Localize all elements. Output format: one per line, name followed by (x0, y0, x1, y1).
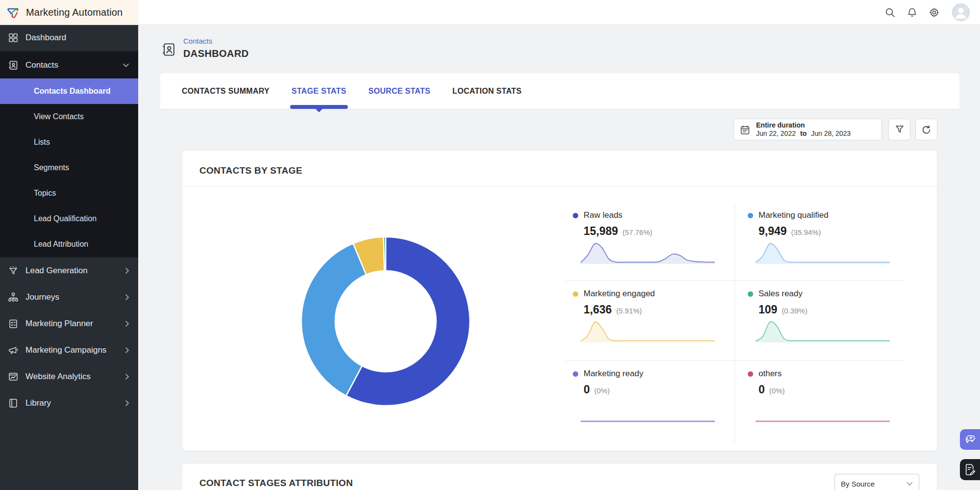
search-icon[interactable] (885, 7, 895, 18)
card-title: CONTACT STAGES ATTRIBUTION (199, 478, 353, 489)
legend-dot (573, 371, 578, 377)
stage-stats-grid: Raw leads 15,989 (57.76%) Marketing qual… (566, 203, 904, 442)
stat-label: Raw leads (584, 210, 622, 220)
stat-label: Marketing engaged (584, 289, 655, 299)
sidebar-item-view-contacts[interactable]: View Contacts (0, 104, 138, 129)
chevron-down-icon (122, 63, 129, 68)
contacts-by-stage-card: CONTACTS BY STAGE Raw leads 15,989 (57.7… (182, 150, 937, 451)
contacts-card-icon (161, 41, 176, 58)
date-to-label: to (800, 129, 807, 137)
sidebar-item-library[interactable]: Library (0, 390, 138, 416)
dashboard-grid-icon (8, 32, 19, 43)
date-range-picker[interactable]: Entire duration Jun 22, 2022toJun 28, 20… (734, 119, 882, 140)
page-title: DASHBOARD (183, 48, 249, 59)
sidebar-item-lead-generation[interactable]: Lead Generation (0, 258, 138, 284)
tab-stage-stats[interactable]: STAGE STATS (292, 73, 346, 109)
app-logo-icon (6, 5, 21, 20)
sparkline-marketing-engaged (581, 321, 715, 343)
sidebar-sublabel: Lead Attribution (34, 240, 88, 249)
stat-percent: (0%) (594, 387, 610, 395)
date-range-text: Entire duration Jun 22, 2022toJun 28, 20… (756, 121, 851, 138)
settings-icon[interactable] (929, 7, 939, 18)
stat-percent: (57.76%) (622, 228, 652, 236)
app-title: Marketing Automation (26, 7, 122, 18)
sidebar-item-dashboard[interactable]: Dashboard (0, 25, 138, 51)
sidebar-label: Dashboard (25, 33, 129, 43)
sidebar-item-lead-attribution[interactable]: Lead Attribution (0, 232, 138, 257)
legend-dot (573, 213, 578, 218)
sidebar-item-marketing-campaigns[interactable]: Marketing Campaigns (0, 337, 138, 363)
stage-donut-chart (300, 235, 471, 407)
sidebar-label: Website Analytics (25, 372, 125, 382)
sidebar-sublabel: View Contacts (34, 112, 84, 121)
stat-value: 109 (759, 303, 777, 316)
stat-tile-raw-leads: Raw leads 15,989 (57.76%) (566, 203, 735, 281)
sparkline-marketing-qualified (756, 243, 890, 264)
by-source-dropdown[interactable]: By Source (834, 474, 919, 490)
sidebar-item-journeys[interactable]: Journeys (0, 284, 138, 310)
stat-tile-marketing-engaged: Marketing engaged 1,636 (5.91%) (566, 281, 735, 361)
sitemap-icon (8, 292, 19, 303)
stat-value: 9,949 (759, 225, 787, 238)
top-bar: Marketing Automation (0, 0, 980, 25)
stat-tile-sales-ready: Sales ready 109 (0.39%) (735, 281, 904, 361)
refresh-button[interactable] (915, 119, 937, 140)
stat-tile-marketing-qualified: Marketing qualified 9,949 (35.94%) (735, 203, 904, 281)
sidebar-item-contacts[interactable]: Contacts (0, 52, 138, 78)
stat-tile-others: others 0 (0%) (735, 361, 904, 442)
stat-percent: (5.91%) (616, 307, 642, 315)
sidebar-item-segments[interactable]: Segments (0, 155, 138, 181)
date-start: Jun 22, 2022 (756, 129, 796, 137)
sidebar-sublabel: Lists (34, 138, 50, 147)
sidebar-label: Library (25, 398, 125, 408)
legend-dot (748, 291, 753, 297)
chat-bubbles-icon (964, 433, 977, 446)
sparkline-sales-ready (756, 321, 890, 343)
sidebar-item-website-analytics[interactable]: Website Analytics (0, 363, 138, 390)
card-title: CONTACTS BY STAGE (199, 165, 302, 176)
megaphone-icon (8, 345, 19, 356)
tab-source-stats[interactable]: SOURCE STATS (368, 73, 431, 109)
book-icon (8, 398, 19, 409)
tab-location-stats[interactable]: LOCATION STATS (452, 73, 521, 109)
sparkline-raw-leads (581, 243, 715, 264)
chevron-right-icon (125, 320, 129, 327)
sidebar-item-lead-qualification[interactable]: Lead Qualification (0, 206, 138, 232)
stat-label: Marketing ready (584, 369, 643, 379)
chevron-down-icon (906, 482, 913, 486)
stat-value: 0 (584, 383, 590, 396)
browser-chart-icon (8, 371, 19, 382)
sidebar-item-marketing-planner[interactable]: Marketing Planner (0, 310, 138, 337)
tab-contacts-summary[interactable]: CONTACTS SUMMARY (182, 73, 270, 109)
sparkline-others (756, 401, 890, 423)
sidebar-sublabel: Contacts Dashboard (34, 87, 110, 96)
dropdown-value: By Source (841, 480, 906, 488)
sidebar-item-topics[interactable]: Topics (0, 181, 138, 206)
avatar[interactable] (952, 3, 970, 21)
chat-support-button[interactable] (960, 429, 980, 450)
clipboard-checklist-icon (8, 318, 19, 329)
chevron-right-icon (125, 400, 129, 407)
sidebar-label: Marketing Planner (25, 319, 125, 329)
sidebar-sublabel: Segments (34, 163, 69, 172)
sidebar-item-lists[interactable]: Lists (0, 129, 138, 155)
chevron-right-icon (125, 294, 129, 301)
dashboard-tabs: CONTACTS SUMMARY STAGE STATS SOURCE STAT… (160, 73, 959, 109)
stat-label: others (759, 369, 782, 379)
breadcrumb[interactable]: Contacts (183, 37, 212, 45)
stat-label: Marketing qualified (759, 210, 829, 220)
chevron-right-icon (125, 267, 129, 274)
sidebar-label: Lead Generation (25, 266, 125, 276)
contacts-card-icon (8, 60, 19, 71)
legend-dot (573, 291, 578, 297)
filter-button[interactable] (888, 119, 910, 140)
feedback-button[interactable] (960, 459, 980, 480)
sidebar-item-contacts-dashboard[interactable]: Contacts Dashboard (0, 78, 138, 104)
chevron-right-icon (125, 347, 129, 354)
sidebar: Dashboard Contacts Contacts Dashboard Vi… (0, 25, 138, 490)
funnel-sparkle-icon (8, 265, 19, 276)
contact-stages-attribution-card: CONTACT STAGES ATTRIBUTION By Source (182, 463, 937, 490)
calendar-icon (740, 125, 750, 135)
notifications-icon[interactable] (907, 7, 917, 18)
date-end: Jun 28, 2023 (811, 129, 851, 137)
